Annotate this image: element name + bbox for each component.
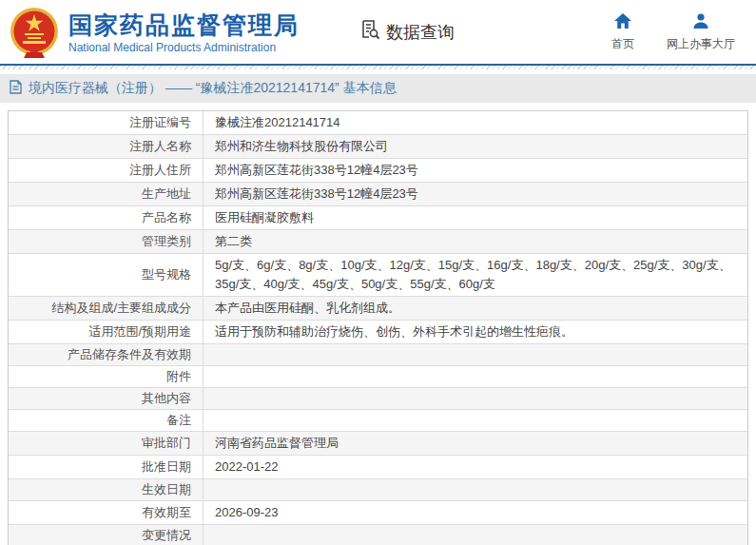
- row-value-text: 郑州高新区莲花街338号12幢4层23号: [215, 185, 418, 204]
- breadcrumb-text: 境内医疗器械（注册） —— “豫械注准20212141714” 基本信息: [29, 80, 397, 97]
- row-value: [204, 366, 747, 387]
- table-row: 其他内容: [9, 388, 747, 410]
- row-label: 备注: [9, 410, 204, 431]
- header-right-nav: 首页 网上办事大厅: [611, 12, 735, 52]
- nav-home[interactable]: 首页: [611, 12, 634, 52]
- row-value-text: 医用硅酮凝胶敷料: [215, 208, 314, 227]
- table-row: 管理类别第二类: [9, 230, 747, 254]
- row-value: 2022-01-22: [204, 456, 747, 478]
- row-value: 郑州高新区莲花街338号12幢4层23号: [204, 159, 747, 182]
- row-value-text: 2022-01-22: [215, 457, 279, 477]
- row-value-text: 豫械注准20212141714: [215, 113, 340, 132]
- org-name-zh: 国家药品监督管理局: [68, 10, 300, 39]
- brand: 国家药品监督管理局 National Medical Products Admi…: [10, 7, 300, 58]
- home-icon: [613, 12, 632, 33]
- table-row: 产品储存条件及有效期: [9, 344, 747, 366]
- row-value-text: 郑州和济生物科技股份有限公司: [215, 137, 388, 156]
- row-value-text: 第二类: [215, 232, 252, 251]
- table-row: 注册证编号豫械注准20212141714: [9, 111, 747, 135]
- row-label: 管理类别: [9, 230, 204, 253]
- org-name-en: National Medical Products Administration: [68, 41, 300, 54]
- registration-detail-table: 注册证编号豫械注准20212141714注册人名称郑州和济生物科技股份有限公司注…: [8, 110, 748, 545]
- header: 国家药品监督管理局 National Medical Products Admi…: [0, 0, 756, 64]
- row-value: 豫械注准20212141714: [204, 111, 747, 134]
- row-label: 适用范围/预期用途: [9, 321, 204, 343]
- row-label: 其他内容: [9, 388, 204, 409]
- doc-search-icon: [359, 18, 381, 46]
- table-row: 备注: [9, 410, 747, 432]
- data-query-label: 数据查询: [386, 21, 455, 44]
- row-label: 型号规格: [9, 254, 204, 296]
- row-label: 生效日期: [9, 479, 204, 500]
- table-row: 注册人名称郑州和济生物科技股份有限公司: [9, 135, 747, 159]
- brand-text: 国家药品监督管理局 National Medical Products Admi…: [68, 10, 300, 54]
- table-row: 注册人住所郑州高新区莲花街338号12幢4层23号: [9, 159, 747, 183]
- row-value: 5g/支、6g/支、8g/支、10g/支、12g/支、15g/支、16g/支、1…: [204, 254, 747, 296]
- row-label: 生产地址: [9, 183, 204, 205]
- table-row: 批准日期2022-01-22: [9, 456, 747, 479]
- row-label: 注册证编号: [9, 111, 204, 134]
- user-icon: [691, 12, 710, 33]
- row-value: 河南省药品监督管理局: [204, 432, 747, 455]
- nav-service-hall[interactable]: 网上办事大厅: [667, 12, 735, 52]
- table-row: 适用范围/预期用途适用于预防和辅助治疗烧伤、创伤、外科手术引起的增生性疤痕。: [9, 321, 747, 344]
- table-row: 结构及组成/主要组成成分本产品由医用硅酮、乳化剂组成。: [9, 297, 747, 321]
- row-label: 结构及组成/主要组成成分: [9, 297, 204, 320]
- row-value: [204, 525, 747, 545]
- row-value: 2026-09-23: [204, 501, 747, 524]
- national-emblem-icon: [10, 7, 59, 58]
- table-row: 型号规格5g/支、6g/支、8g/支、10g/支、12g/支、15g/支、16g…: [9, 254, 747, 297]
- table-row: 审批部门河南省药品监督管理局: [9, 432, 747, 456]
- row-label: 有效期至: [9, 501, 204, 524]
- table-row: 变更情况: [9, 525, 747, 545]
- document-icon: [10, 80, 22, 97]
- nav-service-hall-label: 网上办事大厅: [667, 36, 735, 52]
- row-value: [204, 388, 747, 409]
- row-value-text: 适用于预防和辅助治疗烧伤、创伤、外科手术引起的增生性疤痕。: [215, 322, 573, 341]
- table-row: 生产地址郑州高新区莲花街338号12幢4层23号: [9, 183, 747, 206]
- breadcrumb: 境内医疗器械（注册） —— “豫械注准20212141714” 基本信息: [0, 74, 756, 103]
- table-row: 产品名称医用硅酮凝胶敷料: [9, 206, 747, 230]
- data-query-nav[interactable]: 数据查询: [359, 18, 455, 46]
- row-value: 本产品由医用硅酮、乳化剂组成。: [204, 297, 747, 320]
- row-label: 产品储存条件及有效期: [9, 344, 204, 365]
- row-value-text: 郑州高新区莲花街338号12幢4层23号: [215, 161, 418, 180]
- row-value: 第二类: [204, 230, 747, 253]
- row-value-text: 本产品由医用硅酮、乳化剂组成。: [215, 299, 400, 318]
- row-value-text: 5g/支、6g/支、8g/支、10g/支、12g/支、15g/支、16g/支、1…: [215, 256, 736, 294]
- row-label: 批准日期: [9, 456, 204, 478]
- row-label: 注册人名称: [9, 135, 204, 158]
- hatch-strip: [0, 66, 756, 69]
- row-label: 变更情况: [9, 525, 204, 545]
- table-row: 有效期至2026-09-23: [9, 501, 747, 525]
- nav-home-label: 首页: [611, 36, 634, 52]
- table-row: 附件: [9, 366, 747, 388]
- table-row: 生效日期: [9, 479, 747, 501]
- row-value: 医用硅酮凝胶敷料: [204, 206, 747, 229]
- row-value: [204, 479, 747, 500]
- row-value: 适用于预防和辅助治疗烧伤、创伤、外科手术引起的增生性疤痕。: [204, 321, 747, 343]
- row-value: 郑州和济生物科技股份有限公司: [204, 135, 747, 158]
- row-label: 附件: [9, 366, 204, 387]
- row-value: 郑州高新区莲花街338号12幢4层23号: [204, 183, 747, 205]
- row-value-text: 2026-09-23: [215, 503, 279, 522]
- row-value: [204, 344, 747, 365]
- row-value: [204, 410, 747, 431]
- row-label: 审批部门: [9, 432, 204, 455]
- row-label: 注册人住所: [9, 159, 204, 182]
- row-label: 产品名称: [9, 206, 204, 229]
- row-value-text: 河南省药品监督管理局: [215, 434, 339, 453]
